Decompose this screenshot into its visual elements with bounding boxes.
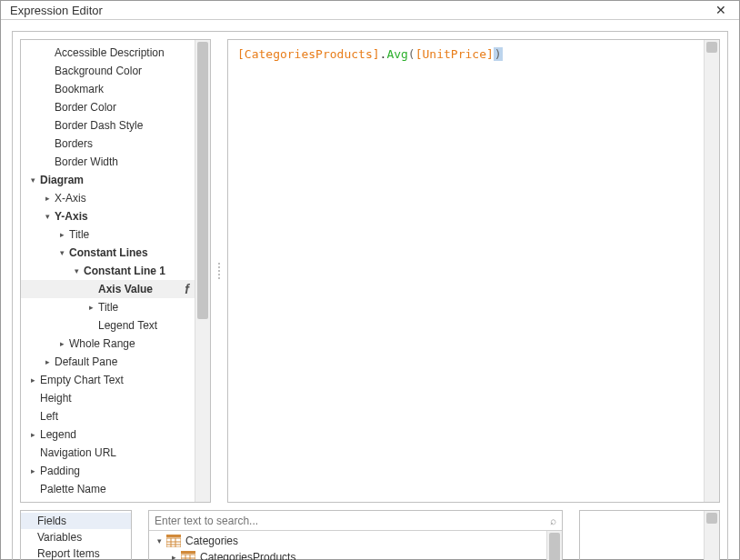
tree-item-label: Default Pane bbox=[55, 355, 117, 368]
scrollbar[interactable] bbox=[704, 511, 719, 560]
svg-rect-1 bbox=[166, 538, 181, 547]
splitter[interactable] bbox=[137, 510, 143, 560]
property-tree-item[interactable]: ▸Whole Range bbox=[21, 335, 195, 353]
scrollbar[interactable] bbox=[195, 40, 210, 502]
chevron-down-icon[interactable]: ▾ bbox=[72, 266, 81, 275]
twisty-spacer bbox=[28, 485, 37, 494]
expression-editor-dialog: Expression Editor ✕ Accessible Descripti… bbox=[0, 0, 740, 560]
tree-item-label: Border Width bbox=[55, 155, 118, 168]
property-tree-item[interactable]: ▾Y-Axis bbox=[21, 207, 195, 225]
field-label: CategoriesProducts bbox=[200, 551, 295, 560]
token-field: [CategoriesProducts] bbox=[237, 47, 380, 61]
property-tree-item[interactable]: ▾Diagram bbox=[21, 171, 195, 189]
search-input[interactable] bbox=[155, 515, 550, 527]
token-function: Avg bbox=[386, 47, 407, 61]
property-tree-item[interactable]: Border Width bbox=[21, 153, 195, 171]
splitter[interactable] bbox=[568, 510, 574, 560]
property-tree-item[interactable]: ▸X-Axis bbox=[21, 189, 195, 207]
property-tree-item[interactable]: Palette Name bbox=[21, 480, 195, 498]
token-field: [UnitPrice] bbox=[415, 47, 494, 61]
property-tree-item[interactable]: ▸Title bbox=[21, 225, 195, 244]
property-tree-item[interactable]: ▸Legend bbox=[21, 425, 195, 444]
field-label: Categories bbox=[185, 535, 238, 547]
property-tree-item[interactable]: ▸Title bbox=[21, 298, 195, 316]
tree-item-label: Empty Chart Text bbox=[40, 374, 124, 386]
chevron-right-icon[interactable]: ▸ bbox=[28, 375, 37, 385]
chevron-down-icon[interactable]: ▾ bbox=[28, 175, 37, 185]
chevron-right-icon[interactable]: ▸ bbox=[169, 553, 178, 560]
property-tree-item[interactable]: ▸Empty Chart Text bbox=[21, 371, 195, 389]
tree-item-label: Legend Text bbox=[98, 319, 157, 332]
scroll-thumb[interactable] bbox=[197, 42, 208, 319]
svg-rect-6 bbox=[181, 551, 195, 554]
category-tree[interactable]: Fields Variables Report Items Constants … bbox=[21, 511, 131, 560]
category-fields[interactable]: Fields bbox=[21, 513, 131, 529]
tree-item-label: Left bbox=[40, 410, 58, 423]
twisty-spacer bbox=[43, 139, 52, 148]
property-tree-item[interactable]: Legend Text bbox=[21, 316, 195, 335]
chevron-down-icon[interactable]: ▾ bbox=[155, 536, 164, 545]
expression-editor-area[interactable]: [CategoriesProducts].Avg([UnitPrice]) bbox=[227, 39, 720, 503]
twisty-spacer bbox=[43, 85, 52, 94]
property-tree-item[interactable]: ▾Constant Line 1 bbox=[21, 262, 195, 280]
property-tree-item[interactable]: Borders bbox=[21, 135, 195, 153]
fields-tree[interactable]: ▾Categories▸CategoriesProducts12Category… bbox=[149, 531, 546, 560]
chevron-right-icon[interactable]: ▸ bbox=[28, 466, 37, 475]
tree-item-label: Title bbox=[98, 301, 118, 314]
category-variables[interactable]: Variables bbox=[21, 529, 131, 545]
scroll-thumb[interactable] bbox=[549, 533, 560, 560]
property-tree-item[interactable]: Accessible Description bbox=[21, 44, 195, 62]
tree-item-label: Border Color bbox=[55, 101, 116, 114]
tree-item-label: Bookmark bbox=[55, 83, 104, 95]
bottom-row: Fields Variables Report Items Constants … bbox=[20, 510, 720, 560]
chevron-down-icon[interactable]: ▾ bbox=[43, 212, 52, 221]
scroll-thumb[interactable] bbox=[706, 513, 717, 524]
splitter[interactable] bbox=[216, 39, 222, 503]
property-tree-item[interactable]: Height bbox=[21, 389, 195, 407]
dialog-title: Expression Editor bbox=[10, 4, 712, 17]
tree-item-label: Constant Lines bbox=[69, 246, 148, 259]
property-tree-item[interactable]: ▸Default Pane bbox=[21, 353, 195, 371]
fields-body: ▾Categories▸CategoriesProducts12Category… bbox=[149, 531, 562, 560]
property-tree-item[interactable]: Border Color bbox=[21, 98, 195, 116]
titlebar: Expression Editor ✕ bbox=[1, 1, 739, 20]
twisty-spacer bbox=[28, 412, 37, 421]
field-tree-item[interactable]: ▾Categories bbox=[149, 533, 546, 549]
property-tree[interactable]: Accessible DescriptionBackground ColorBo… bbox=[21, 40, 195, 502]
chevron-down-icon[interactable]: ▾ bbox=[57, 248, 66, 257]
twisty-spacer bbox=[43, 121, 52, 130]
chevron-right-icon[interactable]: ▸ bbox=[57, 230, 66, 239]
chevron-right-icon[interactable]: ▸ bbox=[86, 303, 95, 312]
tree-item-label: Title bbox=[69, 228, 89, 241]
table-icon bbox=[180, 551, 196, 560]
field-tree-item[interactable]: ▸CategoriesProducts bbox=[149, 549, 546, 560]
twisty-spacer bbox=[43, 48, 52, 57]
property-tree-item[interactable]: Axis Valuef bbox=[21, 280, 195, 298]
tree-item-label: Padding bbox=[40, 465, 80, 477]
scrollbar[interactable] bbox=[546, 531, 562, 560]
token-rparen: ) bbox=[494, 47, 503, 61]
property-tree-item[interactable]: Border Dash Style bbox=[21, 116, 195, 135]
twisty-spacer bbox=[86, 285, 95, 294]
inner-frame: Accessible DescriptionBackground ColorBo… bbox=[12, 31, 728, 560]
category-report-items[interactable]: Report Items bbox=[21, 545, 131, 560]
close-icon[interactable]: ✕ bbox=[712, 1, 730, 19]
svg-rect-7 bbox=[181, 555, 195, 560]
tree-item-label: Axis Value bbox=[98, 283, 153, 295]
scrollbar[interactable] bbox=[704, 40, 719, 502]
property-tree-item[interactable]: Bookmark bbox=[21, 80, 195, 98]
property-tree-item[interactable]: ▸Padding bbox=[21, 462, 195, 480]
chevron-right-icon[interactable]: ▸ bbox=[28, 430, 37, 439]
chevron-right-icon[interactable]: ▸ bbox=[57, 339, 66, 348]
expression-text[interactable]: [CategoriesProducts].Avg([UnitPrice]) bbox=[228, 40, 704, 502]
chevron-right-icon[interactable]: ▸ bbox=[43, 194, 52, 203]
property-tree-item[interactable]: Navigation URL bbox=[21, 444, 195, 462]
property-tree-item[interactable]: Background Color bbox=[21, 62, 195, 80]
tree-item-label: Accessible Description bbox=[55, 46, 165, 59]
scroll-thumb[interactable] bbox=[706, 42, 717, 53]
property-tree-item[interactable]: ▾Constant Lines bbox=[21, 244, 195, 262]
search-icon[interactable]: ⌕ bbox=[550, 515, 556, 527]
twisty-spacer bbox=[28, 394, 37, 403]
chevron-right-icon[interactable]: ▸ bbox=[43, 357, 52, 366]
property-tree-item[interactable]: Left bbox=[21, 407, 195, 425]
